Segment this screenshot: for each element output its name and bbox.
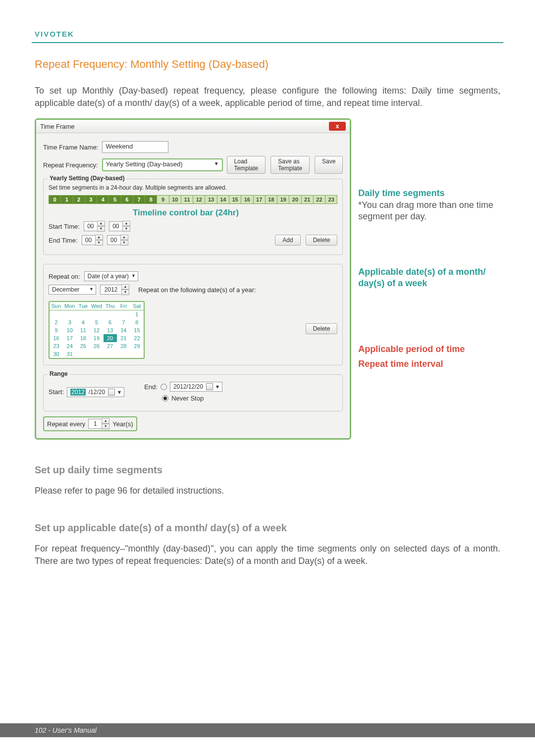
dialog-title: Time Frame — [40, 123, 75, 130]
tf-name-label: Time Frame Name: — [43, 144, 98, 151]
delete-date-button[interactable]: Delete — [306, 323, 338, 334]
start-time-label: Start Time: — [49, 223, 80, 230]
end-date-radio[interactable] — [160, 384, 167, 390]
callout-daily-title: Daily time segments — [358, 188, 500, 199]
end-min-stepper[interactable]: 00▲▼ — [107, 235, 128, 246]
yearly-setting-block: Yearly Setting (Day-based) Set time segm… — [43, 179, 343, 255]
repeat-on-label: Repeat on: — [49, 273, 80, 280]
tf-name-input[interactable]: Weekend — [102, 141, 168, 153]
range-end-label: End: — [144, 383, 158, 391]
load-template-button[interactable]: Load Template — [227, 156, 266, 174]
repeat-every-row: Repeat every 1▲▼ Year(s) — [43, 416, 137, 431]
brand-name: VIVOTEK — [35, 30, 500, 38]
year-stepper[interactable]: 2012▲▼ — [100, 284, 129, 295]
end-time-label: End Time: — [49, 237, 78, 244]
close-icon[interactable]: x — [329, 122, 346, 131]
save-as-template-button[interactable]: Save as Template — [270, 156, 310, 174]
subheading-applicable: Set up applicable date(s) of a month/ da… — [35, 522, 500, 534]
rf-label: Repeat Frequency: — [43, 161, 98, 169]
delete-button[interactable]: Delete — [306, 235, 338, 246]
start-min-stepper[interactable]: 00▲▼ — [109, 221, 130, 232]
never-stop-label: Never Stop — [171, 395, 204, 402]
end-hour-stepper[interactable]: 00▲▼ — [82, 235, 103, 246]
callout-interval: Repeat time interval — [358, 358, 500, 370]
subheading-daily: Set up daily time segments — [35, 464, 500, 476]
timeline-caption: Timeline control bar (24hr) — [133, 208, 337, 218]
calendar[interactable]: SunMonTueWedThuFriSat ......123456789101… — [49, 301, 145, 359]
range-start-label: Start: — [49, 388, 64, 396]
range-end-input[interactable]: 2012/12/20 ▾ — [170, 382, 222, 392]
rf-dropdown[interactable]: Yearly Setting (Day-based) — [102, 158, 223, 171]
start-hour-stepper[interactable]: 00▲▼ — [84, 221, 105, 232]
yearly-hint: Set time segments in a 24-hour day. Mult… — [49, 184, 337, 191]
calendar-icon[interactable] — [108, 389, 115, 396]
repeat-on-hint: Repeat on the following date(s) of a yea… — [138, 286, 256, 294]
repeat-on-block: Repeat on: Date (of a year) December 201… — [43, 264, 343, 365]
repeat-every-stepper[interactable]: 1▲▼ — [88, 418, 109, 429]
section-heading: Repeat Frequency: Monthly Setting (Day-b… — [35, 58, 500, 71]
add-button[interactable]: Add — [275, 235, 300, 246]
yearly-legend: Yearly Setting (Day-based) — [48, 175, 126, 182]
callout-daily-note: *You can drag more than one time segment… — [358, 200, 500, 223]
range-legend: Range — [48, 370, 70, 377]
calendar-icon[interactable] — [206, 383, 213, 390]
callout-period: Applicable period of time — [358, 344, 500, 355]
repeat-every-unit: Year(s) — [112, 420, 133, 428]
range-start-input[interactable]: 2012/12/20 ▾ — [67, 387, 124, 397]
callout-applicable-dates: Applicable date(s) of a month/ day(s) of… — [358, 266, 500, 290]
never-stop-radio[interactable] — [162, 395, 168, 402]
header-divider — [32, 42, 503, 43]
save-button[interactable]: Save — [315, 156, 343, 174]
paragraph-daily: Please refer to page 96 for detailed ins… — [35, 485, 500, 497]
range-block: Range Start: 2012/12/20 ▾ End: — [43, 374, 343, 411]
page-footer: 102 - User's Manual — [0, 723, 535, 737]
paragraph-applicable: For repeat frequency–"monthly (day-based… — [35, 543, 500, 567]
timeline-bar[interactable]: 01234567891011121314151617181920212223 — [49, 195, 337, 204]
time-frame-dialog: Time Frame x Time Frame Name: Weekend Re… — [35, 118, 351, 440]
month-dropdown[interactable]: December — [49, 285, 96, 295]
intro-paragraph: To set up Monthly (Day-based) repeat fre… — [35, 85, 500, 109]
repeat-on-dropdown[interactable]: Date (of a year) — [84, 271, 138, 281]
repeat-every-label: Repeat every — [47, 420, 85, 428]
